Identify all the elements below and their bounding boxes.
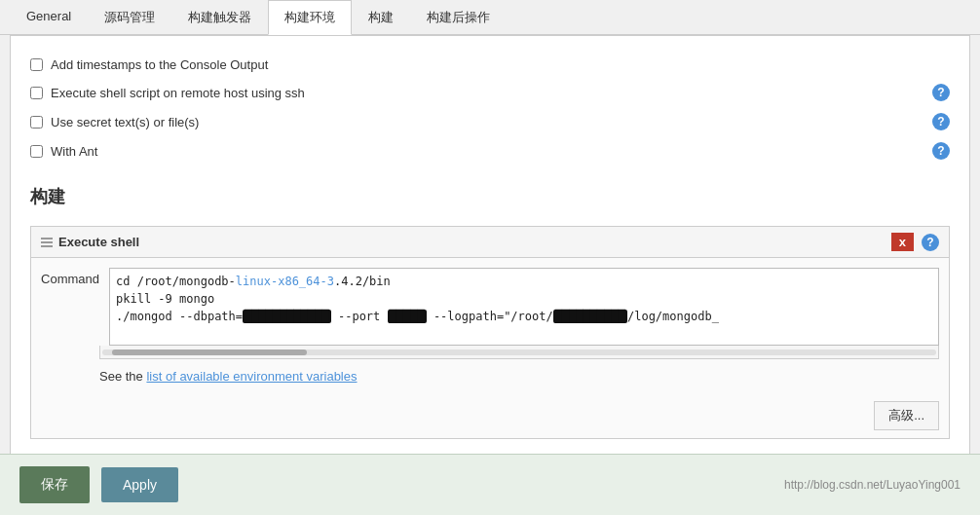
command-textarea-wrapper: cd /root/mongodb-linux-x86_64-3.4.2/bin … (109, 268, 939, 346)
scrollbar-track (102, 349, 936, 355)
tab-triggers[interactable]: 构建触发器 (171, 0, 268, 35)
advanced-row: 高级... (31, 393, 949, 438)
env-vars-link[interactable]: list of available environment variables (146, 369, 357, 384)
horizontal-scrollbar[interactable] (99, 346, 939, 359)
env-vars-prefix: See the (99, 369, 146, 384)
scrollbar-thumb (112, 349, 307, 355)
tabs-bar: General 源码管理 构建触发器 构建环境 构建 构建后操作 (0, 0, 980, 35)
content-area: Add timestamps to the Console Output Exe… (10, 35, 970, 465)
tab-env[interactable]: 构建环境 (268, 0, 352, 35)
apply-button[interactable]: Apply (101, 467, 178, 502)
checkbox-ssh[interactable] (30, 87, 43, 99)
execute-shell-block: Execute shell x ? Command cd /root/mongo… (30, 226, 950, 439)
bottom-url: http://blog.csdn.net/LuyaoYing001 (784, 478, 961, 492)
drag-handle[interactable] (41, 238, 53, 247)
help-icon-ssh[interactable]: ? (932, 84, 950, 101)
checkbox-row-4: With Ant ? (30, 136, 950, 166)
section-title-build: 构建 (30, 185, 950, 212)
checkbox-ssh-label: Execute shell script on remote host usin… (51, 86, 305, 100)
execute-shell-help-icon[interactable]: ? (922, 234, 939, 251)
command-textarea[interactable]: cd /root/mongodb-linux-x86_64-3.4.2/bin … (109, 268, 939, 346)
tab-general[interactable]: General (10, 0, 88, 35)
tab-build[interactable]: 构建 (352, 0, 410, 35)
checkbox-ant[interactable] (30, 145, 43, 158)
checkbox-ant-label: With Ant (51, 144, 97, 159)
checkbox-secret[interactable] (30, 116, 43, 129)
checkbox-timestamps-label: Add timestamps to the Console Output (51, 57, 268, 72)
checkbox-row-1: Add timestamps to the Console Output (30, 52, 950, 78)
save-button[interactable]: 保存 (19, 466, 90, 503)
tab-post[interactable]: 构建后操作 (410, 0, 507, 35)
checkbox-row-2: Execute shell script on remote host usin… (30, 78, 950, 107)
bottom-bar: 保存 Apply http://blog.csdn.net/LuyaoYing0… (0, 454, 980, 515)
execute-shell-close-button[interactable]: x (891, 233, 914, 251)
command-label: Command (41, 268, 99, 346)
command-row: Command cd /root/mongodb-linux-x86_64-3.… (31, 258, 949, 346)
advanced-button[interactable]: 高级... (874, 401, 939, 430)
help-icon-secret[interactable]: ? (932, 113, 950, 130)
execute-shell-title: Execute shell (58, 235, 139, 249)
env-vars-row: See the list of available environment va… (31, 359, 949, 393)
checkbox-secret-label: Use secret text(s) or file(s) (51, 115, 199, 129)
main-container: General 源码管理 构建触发器 构建环境 构建 构建后操作 Add tim… (0, 0, 980, 515)
execute-shell-header: Execute shell x ? (31, 227, 949, 258)
help-icon-ant[interactable]: ? (932, 142, 950, 160)
tab-source[interactable]: 源码管理 (88, 0, 171, 35)
checkbox-row-3: Use secret text(s) or file(s) ? (30, 107, 950, 136)
checkbox-timestamps[interactable] (30, 58, 43, 71)
